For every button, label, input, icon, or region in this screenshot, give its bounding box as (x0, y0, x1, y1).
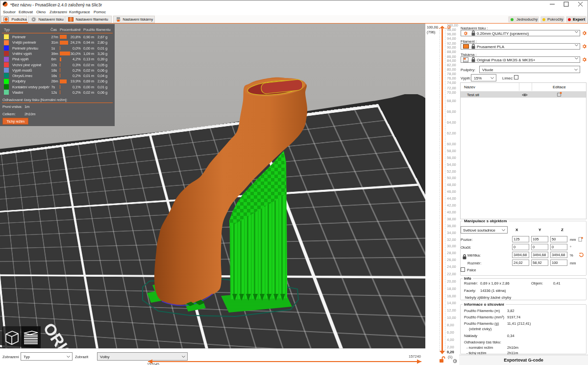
svg-text:ORIGINAL: ORIGINAL (40, 319, 99, 348)
svg-text:157240: 157240 (409, 354, 421, 359)
svg-text:157045: 157045 (147, 362, 159, 365)
